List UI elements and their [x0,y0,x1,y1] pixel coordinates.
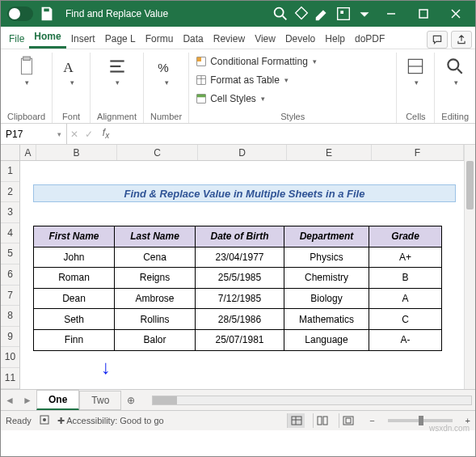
col-header[interactable]: D [198,145,287,160]
row-header[interactable]: 1 [1,161,19,182]
row-header[interactable]: 3 [1,202,19,223]
tab-home[interactable]: Home [29,27,65,49]
th-first-name[interactable]: First Name [34,226,115,248]
th-last-name[interactable]: Last Name [115,226,196,248]
diamond-icon[interactable] [293,5,310,23]
sheet-tab-one[interactable]: One [36,390,79,410]
autosave-toggle[interactable] [7,6,33,21]
cell[interactable]: Finn [34,329,115,350]
row-header[interactable]: 4 [1,223,19,244]
scroll-thumb[interactable] [153,396,177,404]
col-header[interactable]: C [117,145,198,160]
page-break-view-icon[interactable] [339,413,356,428]
cell[interactable]: Chemistry [284,268,369,289]
paste-button[interactable] [15,54,39,88]
format-as-table-button[interactable]: Format as Table [196,73,289,87]
cell[interactable]: 23/04/1977 [196,247,284,268]
tab-help[interactable]: Help [320,29,350,49]
minimize-button[interactable] [375,1,407,27]
cell[interactable]: Balor [115,329,196,350]
tab-review[interactable]: Review [209,29,250,49]
tab-data[interactable]: Data [178,29,208,49]
cells[interactable]: Find & Replace Value in Multiple Sheets … [20,161,464,389]
sheet-nav-next[interactable]: ► [19,395,36,406]
select-all-corner[interactable] [1,145,20,161]
tab-insert[interactable]: Insert [66,29,100,49]
sheet-tab-two[interactable]: Two [79,391,121,410]
sheet-title-cell[interactable]: Find & Replace Value in Multiple Sheets … [33,184,456,202]
cell[interactable]: Mathematics [284,309,369,330]
col-header[interactable]: F [372,145,464,160]
maximize-button[interactable] [407,1,440,27]
cell[interactable]: A+ [369,247,442,268]
cell[interactable]: Ambrose [115,288,196,309]
cell[interactable]: 28/5/1986 [196,309,284,330]
add-sheet-button[interactable]: ⊕ [121,395,141,406]
cells-button[interactable] [403,54,428,88]
row-header[interactable]: 2 [1,182,19,203]
number-button[interactable]: % [154,54,179,88]
cell[interactable]: Roman [34,268,115,289]
cell-styles-button[interactable]: Cell Styles [196,91,265,106]
cell[interactable]: Cena [115,247,196,268]
tab-page-layout[interactable]: Page L [100,29,141,49]
cell[interactable]: Reigns [115,268,196,289]
zoom-out-button[interactable]: − [369,416,374,425]
row-header[interactable]: 7 [1,286,19,307]
row-header[interactable]: 8 [1,306,19,327]
th-dob[interactable]: Date of Birth [196,226,284,248]
pen-icon[interactable] [314,5,331,23]
th-dept[interactable]: Department [284,226,369,248]
comments-icon[interactable] [427,31,448,49]
macro-record-icon[interactable] [40,415,49,426]
cell[interactable]: C [369,309,442,330]
close-button[interactable] [440,1,472,27]
cell[interactable]: Dean [34,288,115,309]
row-header[interactable]: 6 [1,264,19,286]
zoom-handle[interactable] [419,416,423,425]
col-header[interactable]: A [20,145,36,160]
save-icon[interactable] [38,5,56,23]
cell[interactable]: B [369,268,442,289]
accessibility-status[interactable]: ✚ Accessibility: Good to go [57,416,164,426]
cell[interactable]: Biology [284,288,369,309]
zoom-slider[interactable] [388,419,453,422]
vertical-scrollbar[interactable] [464,145,475,389]
col-header[interactable]: B [36,145,117,160]
cell[interactable]: John [34,247,115,268]
editing-button[interactable] [443,54,467,88]
share-icon[interactable] [451,31,472,49]
cell[interactable]: Seth [34,309,115,330]
tab-file[interactable]: File [4,29,29,49]
tab-dopdf[interactable]: doPDF [350,29,390,49]
normal-view-icon[interactable] [287,413,305,428]
cell[interactable]: A [369,288,442,309]
fx-icon[interactable]: fx [96,127,116,140]
horizontal-scrollbar[interactable] [152,396,472,405]
col-header[interactable]: E [287,145,372,160]
row-header[interactable]: 10 [1,347,19,368]
cell[interactable]: A- [369,329,442,350]
cell[interactable]: Physics [284,247,369,268]
conditional-formatting-button[interactable]: Conditional Formatting [196,54,317,69]
scroll-thumb[interactable] [466,161,474,209]
row-header[interactable]: 11 [1,368,19,389]
sheet-nav-prev[interactable]: ◄ [1,395,19,406]
row-header[interactable]: 9 [1,327,19,348]
alignment-button[interactable] [105,54,129,88]
font-button[interactable]: A [59,54,83,88]
page-layout-view-icon[interactable] [313,413,331,428]
tab-developer[interactable]: Develo [280,29,320,49]
cell[interactable]: Rollins [115,309,196,330]
cell[interactable]: 7/12/1985 [196,288,284,309]
search-icon[interactable] [272,5,289,23]
tab-formulas[interactable]: Formu [141,29,179,49]
name-box[interactable]: P17 [1,124,67,144]
cell[interactable]: Language [284,329,369,350]
tab-view[interactable]: View [250,29,280,49]
cell[interactable]: 25/5/1985 [196,268,284,289]
cell[interactable]: 25/07/1981 [196,329,284,350]
th-grade[interactable]: Grade [369,226,442,248]
efficiency-icon[interactable] [335,5,352,23]
row-header[interactable]: 5 [1,243,19,264]
